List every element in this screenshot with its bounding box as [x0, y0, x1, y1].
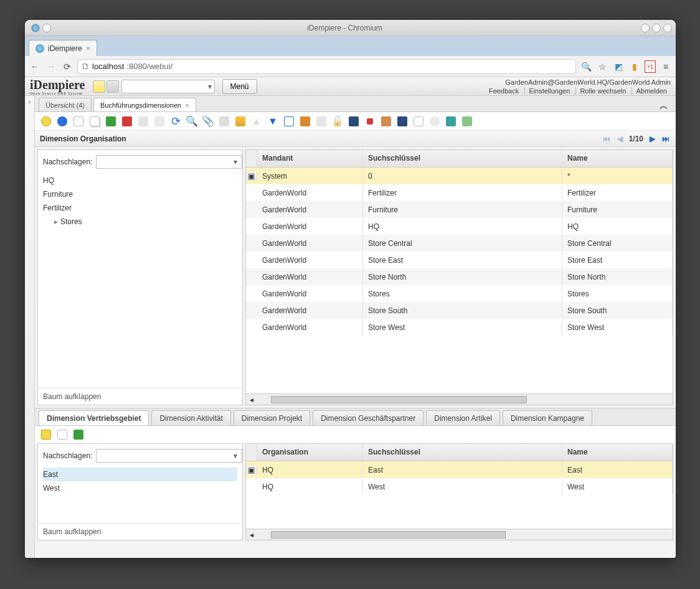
table-row[interactable]: HQWestWest — [246, 478, 673, 495]
import-icon[interactable] — [460, 114, 475, 129]
app-menu-icon[interactable] — [31, 24, 40, 32]
col-name[interactable]: Name — [562, 444, 673, 461]
bookmark-icon[interactable]: ☆ — [596, 60, 608, 73]
back-icon[interactable]: ← — [29, 60, 41, 73]
table-row[interactable]: GardenWorldStore SouthStore South — [246, 302, 673, 319]
subtab-campaign[interactable]: Dimension Kampagne — [503, 410, 592, 425]
form-view-icon[interactable] — [411, 114, 426, 129]
report-icon[interactable] — [281, 114, 296, 129]
help-icon[interactable] — [55, 114, 70, 129]
save-icon[interactable] — [136, 114, 151, 129]
col-key[interactable]: Suchschlüssel — [363, 444, 562, 461]
link-feedback[interactable]: Feedback — [485, 87, 523, 95]
tree-expand-link[interactable]: Baum aufklappen — [38, 388, 242, 405]
page-next-icon[interactable]: ▶ — [647, 134, 657, 144]
col-name[interactable]: Name — [562, 150, 673, 167]
lookup-input[interactable] — [96, 155, 242, 169]
process-icon[interactable] — [427, 114, 442, 129]
undo-icon[interactable] — [39, 114, 54, 129]
archive-icon[interactable] — [298, 114, 313, 129]
new-record-button[interactable] — [93, 80, 105, 93]
reload-icon[interactable]: ⟳ — [61, 60, 73, 73]
close-window-icon[interactable] — [663, 24, 672, 32]
dropdown-icon[interactable]: ▾ — [234, 158, 237, 166]
maximize-icon[interactable] — [652, 24, 661, 32]
new-icon[interactable] — [71, 114, 86, 129]
link-logout[interactable]: Abmelden — [631, 87, 671, 95]
minimize-icon[interactable] — [641, 24, 650, 32]
table-row[interactable]: ▣System0* — [246, 167, 673, 184]
row-selector-icon[interactable]: ▣ — [246, 466, 257, 474]
link-switch-role[interactable]: Rolle wechseln — [575, 87, 630, 95]
subtab-sales-region[interactable]: Dimension Vertriebsgebiet — [39, 410, 149, 425]
extension-icon[interactable]: ▮ — [628, 60, 641, 73]
subtab-activity[interactable]: Dimension Aktivität — [151, 410, 230, 425]
sidebar-toggle[interactable]: › — [25, 96, 35, 558]
table-row[interactable]: GardenWorldFurnitureFurniture — [246, 201, 673, 218]
sub-edit-icon[interactable] — [55, 427, 70, 442]
table-row[interactable]: GardenWorldStoresStores — [246, 285, 673, 302]
nav-down-icon[interactable]: ▼ — [265, 114, 280, 129]
col-key[interactable]: Suchschlüssel — [363, 150, 562, 167]
refresh-icon[interactable]: ⟳ — [168, 114, 183, 129]
tab-overview[interactable]: Übersicht (4) — [39, 98, 92, 111]
find-icon[interactable]: 🔍 — [184, 114, 199, 129]
new-tab-button[interactable] — [98, 40, 116, 56]
col-mandant[interactable]: Mandant — [257, 150, 363, 167]
table-row[interactable]: GardenWorldFertilizerFertilizer — [246, 184, 673, 201]
subtab-product[interactable]: Dimension Artikel — [426, 410, 500, 425]
page-prev-icon[interactable]: ◀ — [615, 134, 625, 144]
link-settings[interactable]: Einstellungen — [524, 87, 574, 95]
close-tab-icon[interactable]: × — [86, 44, 90, 53]
page-last-icon[interactable]: ⏭ — [661, 134, 671, 144]
nav-up-icon[interactable]: ▲ — [249, 114, 264, 129]
table-row[interactable]: GardenWorldStore WestStore West — [246, 319, 673, 336]
chat-icon[interactable] — [217, 114, 232, 129]
tree-item[interactable]: Fertilizer — [43, 201, 237, 215]
col-org[interactable]: Organisation — [257, 444, 363, 461]
translate-icon[interactable]: ◩ — [612, 60, 625, 73]
subtab-bpartner[interactable]: Dimension Geschäftspartner — [313, 410, 423, 425]
attachment-icon[interactable]: 📎 — [201, 114, 215, 129]
saveas-icon[interactable] — [152, 114, 167, 129]
browser-tab-active[interactable]: iDempiere × — [29, 40, 97, 56]
table-row[interactable]: GardenWorldStore EastStore East — [246, 252, 673, 268]
gplus-icon[interactable]: +1 — [645, 60, 656, 73]
zoom-icon[interactable]: 🔍 — [580, 60, 592, 73]
horizontal-scrollbar[interactable]: ◂ — [246, 393, 673, 405]
product-info-icon[interactable] — [395, 114, 410, 129]
global-search-input[interactable]: ▾ — [121, 80, 215, 93]
tree-item-expandable[interactable]: Stores — [43, 215, 237, 229]
collapse-toolbar-icon[interactable]: ︽ — [652, 100, 676, 111]
dropdown-icon[interactable]: ▾ — [234, 451, 237, 460]
forward-icon[interactable]: → — [45, 60, 57, 73]
close-tab-icon[interactable]: × — [185, 101, 189, 109]
sub-delete-icon[interactable] — [71, 427, 86, 442]
tree-item[interactable]: HQ — [43, 174, 237, 187]
delete-icon[interactable] — [103, 114, 118, 129]
row-selector-icon[interactable]: ▣ — [246, 172, 257, 181]
page-first-icon[interactable]: ⏮ — [602, 134, 612, 144]
tab-active[interactable]: Buchführungsdimensionen × — [93, 98, 196, 111]
menu-button[interactable]: Menü — [222, 79, 257, 94]
table-row[interactable]: GardenWorldStore CentralStore Central — [246, 235, 673, 252]
url-input[interactable]: 🗋 localhost:8080/webui/ — [77, 59, 576, 74]
lock-open-icon[interactable]: 🔓 — [330, 114, 345, 129]
active-wf-icon[interactable] — [362, 114, 377, 129]
print-icon[interactable] — [314, 114, 329, 129]
tree-item[interactable]: West — [43, 481, 237, 495]
copy-icon[interactable] — [87, 114, 102, 129]
request-icon[interactable] — [379, 114, 394, 129]
export-icon[interactable] — [443, 114, 458, 129]
menu-icon[interactable]: ≡ — [660, 60, 672, 73]
cancel-icon[interactable] — [120, 114, 135, 129]
horizontal-scrollbar[interactable]: ◂ — [246, 529, 673, 540]
lookup-input[interactable] — [96, 449, 242, 463]
subtab-project[interactable]: Dimension Projekt — [234, 410, 310, 425]
tree-item[interactable]: East — [43, 468, 237, 481]
zoom-across-icon[interactable] — [346, 114, 361, 129]
open-record-button[interactable] — [106, 80, 119, 93]
pin-icon[interactable] — [42, 24, 51, 32]
table-row[interactable]: GardenWorldHQHQ — [246, 218, 673, 235]
tree-item[interactable]: Furniture — [43, 187, 237, 201]
